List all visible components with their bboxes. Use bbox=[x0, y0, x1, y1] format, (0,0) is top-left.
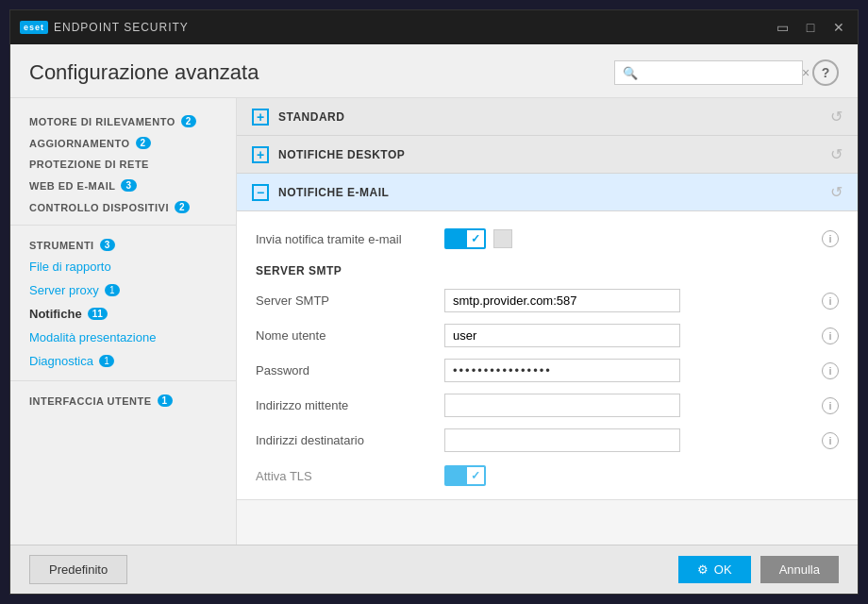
footer-right-buttons: ⚙ OK Annulla bbox=[678, 556, 839, 583]
help-button[interactable]: ? bbox=[812, 59, 839, 86]
sidebar-title-motore[interactable]: MOTORE DI RILEVAMENTO 2 bbox=[29, 115, 217, 127]
sidebar-section-strumenti: STRUMENTI 3 bbox=[10, 233, 236, 255]
info-icon-password[interactable]: i bbox=[822, 362, 839, 379]
search-icon: 🔍 bbox=[623, 66, 638, 80]
input-server-smtp[interactable] bbox=[444, 289, 680, 312]
main-panel: + STANDARD ↺ + NOTIFICHE DESKTOP ↺ − NOT… bbox=[237, 98, 858, 545]
label-destinatario: Indirizzi destinatario bbox=[256, 433, 444, 447]
app-title: ENDPOINT SECURITY bbox=[54, 21, 189, 34]
badge-controllo: 2 bbox=[175, 201, 190, 213]
info-icon-nome-utente[interactable]: i bbox=[822, 327, 839, 344]
info-icon-mittente[interactable]: i bbox=[822, 397, 839, 414]
label-server-smtp: Server SMTP bbox=[256, 294, 444, 308]
section-toggle-notifiche-desktop: + bbox=[252, 146, 269, 163]
sidebar-title-aggiornamento[interactable]: AGGIORNAMENTO 2 bbox=[29, 137, 217, 149]
sidebar-item-file-rapporto[interactable]: File di rapporto bbox=[10, 255, 236, 278]
input-nome-utente[interactable] bbox=[444, 324, 680, 347]
form-row-nome-utente: Nome utente i bbox=[256, 318, 839, 353]
section-title-notifiche-desktop: NOTIFICHE DESKTOP bbox=[278, 148, 830, 161]
section-reset-standard[interactable]: ↺ bbox=[830, 108, 843, 126]
sidebar-title-protezione[interactable]: PROTEZIONE DI RETE bbox=[29, 159, 217, 170]
tls-toggle-track[interactable]: ✓ bbox=[444, 465, 486, 486]
header-right: 🔍 × ? bbox=[614, 59, 839, 86]
section-reset-notifiche-email[interactable]: ↺ bbox=[830, 183, 843, 201]
notifiche-email-content: Invia notifica tramite e-mail ✓ i bbox=[237, 211, 858, 500]
sidebar-title-strumenti[interactable]: STRUMENTI 3 bbox=[29, 239, 217, 251]
cancel-button[interactable]: Annulla bbox=[760, 556, 839, 583]
sidebar-title-web[interactable]: WEB ED E-MAIL 3 bbox=[29, 179, 217, 192]
badge-aggiornamento: 2 bbox=[136, 137, 151, 149]
section-toggle-standard: + bbox=[252, 109, 269, 126]
section-header-standard[interactable]: + STANDARD ↺ bbox=[237, 98, 858, 136]
page-title: Configurazione avanzata bbox=[29, 60, 259, 85]
main-window: eset ENDPOINT SECURITY ▭ □ ✕ Configurazi… bbox=[9, 9, 859, 595]
ok-icon: ⚙ bbox=[697, 562, 709, 577]
minimize-button[interactable]: ▭ bbox=[773, 20, 792, 35]
input-mittente[interactable] bbox=[444, 394, 680, 417]
sidebar-divider-1 bbox=[10, 225, 236, 226]
top-area: Configurazione avanzata 🔍 × ? bbox=[10, 44, 858, 98]
form-row-destinatario: Indirizzi destinatario i bbox=[256, 423, 839, 458]
control-destinatario bbox=[444, 428, 822, 452]
section-header-notifiche-email[interactable]: − NOTIFICHE E-MAIL ↺ bbox=[237, 174, 858, 211]
titlebar-controls: ▭ □ ✕ bbox=[773, 20, 848, 35]
section-reset-notifiche-desktop[interactable]: ↺ bbox=[830, 145, 843, 163]
info-icon-destinatario[interactable]: i bbox=[822, 432, 839, 449]
sidebar-section-interfaccia: INTERFACCIA UTENTE 1 bbox=[10, 389, 236, 411]
badge-server-proxy: 1 bbox=[105, 284, 120, 296]
toggle-control-area: ✓ bbox=[444, 228, 822, 249]
sidebar-divider-2 bbox=[10, 380, 236, 381]
control-password bbox=[444, 359, 822, 382]
toggle-thumb: ✓ bbox=[467, 230, 484, 247]
toggle-check-icon: ✓ bbox=[471, 232, 480, 245]
search-clear-button[interactable]: × bbox=[802, 65, 810, 80]
label-mittente: Indirizzo mittente bbox=[256, 398, 444, 412]
info-icon-server-smtp[interactable]: i bbox=[822, 293, 839, 310]
close-button[interactable]: ✕ bbox=[829, 20, 848, 35]
form-row-toggle: Invia notifica tramite e-mail ✓ i bbox=[256, 223, 839, 255]
search-box: 🔍 × bbox=[614, 60, 803, 85]
eset-logo-badge: eset bbox=[20, 21, 48, 34]
tls-toggle-switch[interactable]: ✓ bbox=[444, 465, 486, 486]
ok-button[interactable]: ⚙ OK bbox=[678, 556, 751, 583]
input-password[interactable] bbox=[444, 359, 680, 382]
sidebar-title-interfaccia[interactable]: INTERFACCIA UTENTE 1 bbox=[29, 394, 217, 407]
sidebar-section-web: WEB ED E-MAIL 3 bbox=[10, 174, 236, 195]
badge-diagnostica: 1 bbox=[99, 355, 114, 367]
sidebar-item-diagnostica[interactable]: Diagnostica 1 bbox=[10, 349, 236, 373]
sidebar-item-server-proxy[interactable]: Server proxy 1 bbox=[10, 278, 236, 302]
label-attiva-tls: Attiva TLS bbox=[256, 469, 444, 483]
sidebar-section-motore: MOTORE DI RILEVAMENTO 2 bbox=[10, 109, 236, 131]
control-attiva-tls: ✓ bbox=[444, 465, 839, 486]
label-nome-utente: Nome utente bbox=[256, 328, 444, 343]
sidebar-title-controllo[interactable]: CONTROLLO DISPOSITIVI 2 bbox=[29, 201, 217, 213]
info-icon-toggle[interactable]: i bbox=[822, 230, 839, 247]
form-row-mittente: Indirizzo mittente i bbox=[256, 388, 839, 423]
default-button[interactable]: Predefinito bbox=[29, 555, 127, 584]
email-toggle-switch[interactable]: ✓ bbox=[444, 228, 486, 249]
control-mittente bbox=[444, 394, 822, 417]
ok-label: OK bbox=[714, 562, 732, 577]
section-header-notifiche-desktop[interactable]: + NOTIFICHE DESKTOP ↺ bbox=[237, 136, 858, 174]
maximize-button[interactable]: □ bbox=[801, 20, 820, 35]
titlebar: eset ENDPOINT SECURITY ▭ □ ✕ bbox=[10, 10, 858, 44]
section-toggle-notifiche-email: − bbox=[252, 184, 269, 201]
toggle-label: Invia notifica tramite e-mail bbox=[256, 232, 444, 246]
input-destinatario[interactable] bbox=[444, 428, 680, 452]
search-input[interactable] bbox=[643, 66, 802, 80]
sidebar-section-aggiornamento: AGGIORNAMENTO 2 bbox=[10, 131, 236, 153]
toggle-track[interactable]: ✓ bbox=[444, 228, 486, 249]
sidebar-section-controllo: CONTROLLO DISPOSITIVI 2 bbox=[10, 195, 236, 217]
sidebar-item-notifiche[interactable]: Notifiche 11 bbox=[10, 302, 236, 326]
form-row-password: Password i bbox=[256, 353, 839, 388]
tls-check-icon: ✓ bbox=[471, 469, 480, 482]
app-logo: eset ENDPOINT SECURITY bbox=[20, 21, 773, 34]
section-title-standard: STANDARD bbox=[278, 110, 830, 124]
badge-strumenti: 3 bbox=[100, 239, 115, 251]
toggle-right-indicator bbox=[493, 229, 512, 248]
label-password: Password bbox=[256, 363, 444, 378]
sidebar-item-modalita[interactable]: Modalità presentazione bbox=[10, 326, 236, 349]
footer: Predefinito ⚙ OK Annulla bbox=[10, 545, 858, 594]
section-title-notifiche-email: NOTIFICHE E-MAIL bbox=[278, 186, 830, 199]
tls-toggle-thumb: ✓ bbox=[467, 467, 484, 484]
